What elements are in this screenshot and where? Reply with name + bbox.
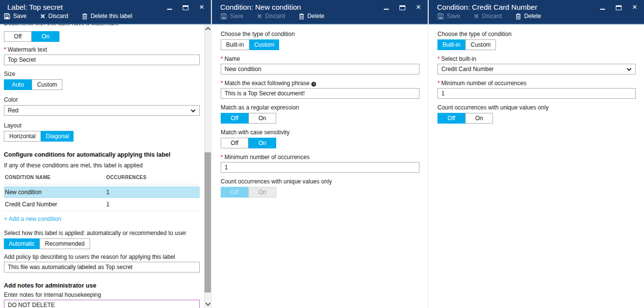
watermark-text-input[interactable] — [4, 54, 200, 65]
delete-label-button[interactable]: Delete this label — [82, 13, 132, 19]
close-icon: ✕ — [416, 4, 421, 11]
new-condition-blade: Condition: New condition ✕ Save ✕ Discar… — [211, 0, 428, 308]
layout-toggle: Horizontal Diagonal — [4, 131, 74, 142]
trash-icon — [82, 13, 88, 19]
conditions-subheading: If any of these conditions are met, this… — [4, 163, 200, 169]
delete-button[interactable]: Delete — [299, 13, 324, 19]
unique-values-toggle: Off On — [437, 113, 493, 124]
type-custom-option[interactable]: Custom — [249, 39, 279, 50]
type-builtin-option[interactable]: Built-in — [437, 39, 465, 50]
minimize-button[interactable] — [166, 4, 173, 11]
maximize-icon — [183, 5, 189, 10]
scrollbar-thumb[interactable] — [205, 152, 211, 292]
name-label: *Name — [221, 56, 419, 62]
minimize-button[interactable] — [383, 4, 390, 11]
notes-heading: Add notes for administrator use — [4, 282, 200, 290]
condition-name-cell: Credit Card Number — [5, 201, 106, 208]
condition-type-toggle: Built-in Custom — [437, 39, 496, 50]
size-auto-option[interactable]: Auto — [4, 79, 32, 90]
discard-label: Discard — [482, 13, 502, 19]
blade-title: Condition: New condition — [220, 3, 301, 11]
unique-values-toggle-disabled: Off On — [221, 187, 276, 198]
color-dropdown[interactable]: Red — [4, 105, 200, 116]
case-off-option[interactable]: Off — [221, 138, 248, 148]
occurrences-cell: 1 — [106, 201, 110, 208]
credit-card-condition-blade: Condition: Credit Card Number ✕ Save ✕ D… — [428, 0, 644, 308]
discard-label: Discard — [48, 13, 68, 19]
apply-recommended-option[interactable]: Recommended — [39, 238, 90, 249]
delete-button[interactable]: Delete — [515, 13, 541, 19]
condition-name-input[interactable] — [221, 64, 419, 74]
condition-type-toggle: Built-in Custom — [221, 39, 279, 50]
admin-notes-textarea[interactable]: DO NOT DELETE — [4, 300, 200, 308]
close-button[interactable]: ✕ — [631, 4, 638, 11]
table-row-credit-card[interactable]: Credit Card Number 1 — [4, 198, 200, 211]
min-occurrences-input[interactable] — [437, 88, 636, 99]
maximize-button[interactable] — [399, 4, 406, 11]
required-asterisk: * — [221, 55, 223, 62]
minimize-icon — [600, 9, 605, 10]
apply-automatic-option[interactable]: Automatic — [4, 238, 39, 249]
type-custom-option[interactable]: Custom — [465, 39, 496, 50]
case-on-option[interactable]: On — [248, 138, 276, 148]
condition-type-label: Choose the type of condition — [437, 31, 636, 37]
maximize-button[interactable] — [182, 4, 189, 11]
chevron-down-icon — [191, 108, 196, 112]
unique-off-option[interactable]: Off — [437, 113, 465, 124]
blade-header: Label: Top secret ✕ Save ✕ Discard Delet… — [0, 0, 211, 24]
save-label: Save — [13, 13, 26, 19]
maximize-button[interactable] — [615, 4, 622, 11]
required-asterisk: * — [221, 154, 223, 161]
close-icon: ✕ — [632, 4, 638, 11]
size-label: Size — [4, 71, 200, 77]
minimize-icon — [384, 9, 389, 10]
layout-label: Layout — [4, 123, 200, 129]
regex-off-option[interactable]: Off — [221, 113, 248, 124]
label-blade: Label: Top secret ✕ Save ✕ Discard Delet… — [0, 0, 211, 308]
vertical-scrollbar[interactable] — [204, 24, 211, 308]
phrase-input[interactable] — [221, 88, 419, 99]
apply-mode-label: Select how this label is applied: automa… — [4, 230, 200, 236]
case-sensitivity-toggle: Off On — [221, 138, 276, 148]
unique-off-option: Off — [221, 187, 248, 198]
size-custom-option[interactable]: Custom — [32, 79, 62, 90]
regex-on-option[interactable]: On — [248, 113, 276, 124]
scroll-up-icon[interactable] — [205, 27, 210, 32]
close-button[interactable]: ✕ — [198, 4, 205, 11]
conditions-heading: Configure conditions for automatically a… — [4, 151, 200, 159]
builtin-dropdown[interactable]: Credit Card Number — [437, 64, 636, 74]
scroll-down-icon[interactable] — [205, 300, 210, 306]
type-builtin-option[interactable]: Built-in — [221, 39, 249, 50]
color-label: Color — [4, 97, 200, 103]
close-button[interactable]: ✕ — [415, 4, 422, 11]
trash-icon — [299, 13, 304, 19]
save-button[interactable]: Save — [4, 13, 26, 19]
builtin-select-label: *Select built-in — [437, 56, 636, 62]
min-occurrences-label: *Minimum number of occurrences — [221, 154, 419, 161]
watermark-on-option[interactable]: On — [32, 31, 59, 42]
save-button[interactable]: Save — [437, 13, 460, 19]
condition-type-label: Choose the type of condition — [221, 31, 419, 37]
add-condition-link[interactable]: + Add a new condition — [4, 216, 200, 222]
required-asterisk: * — [4, 46, 6, 53]
layout-diagonal-option[interactable]: Diagonal — [41, 131, 74, 142]
info-icon[interactable]: i — [311, 82, 316, 87]
size-toggle: Auto Custom — [4, 79, 62, 90]
unique-on-option[interactable]: On — [465, 113, 493, 124]
layout-horizontal-option[interactable]: Horizontal — [4, 131, 41, 142]
occurrences-cell: 1 — [106, 189, 110, 196]
discard-button[interactable]: ✕ Discard — [40, 13, 68, 19]
policy-tip-input[interactable] — [4, 262, 200, 272]
min-occurrences-label: *Minimum number of occurrences — [437, 80, 636, 87]
delete-label: Delete — [524, 13, 541, 19]
minimize-button[interactable] — [599, 4, 606, 11]
discard-button[interactable]: ✕ Discard — [257, 13, 285, 19]
discard-button[interactable]: ✕ Discard — [474, 13, 502, 19]
trash-icon — [515, 13, 521, 19]
min-occurrences-input[interactable] — [221, 162, 419, 173]
watermark-off-option[interactable]: Off — [4, 31, 32, 42]
table-row-new-condition[interactable]: New condition 1 — [4, 186, 200, 198]
required-asterisk: * — [437, 55, 440, 62]
save-button[interactable]: Save — [221, 13, 243, 19]
blade-title: Condition: Credit Card Number — [437, 3, 537, 11]
